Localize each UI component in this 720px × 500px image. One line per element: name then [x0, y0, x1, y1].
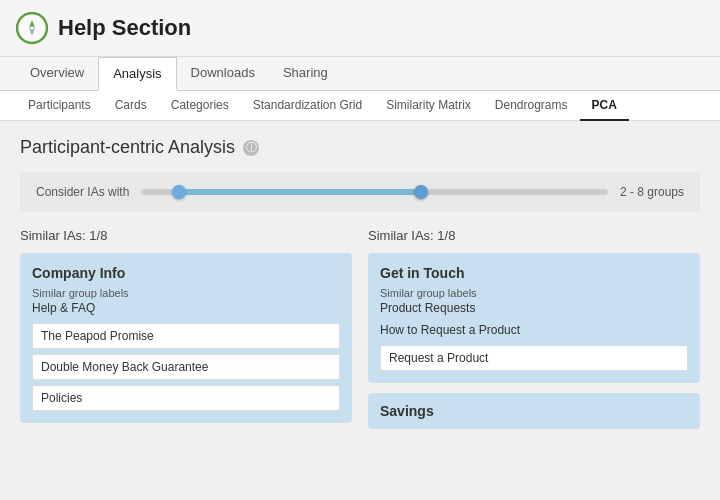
subtab-similarity-matrix[interactable]: Similarity Matrix: [374, 91, 483, 121]
subtab-participants[interactable]: Participants: [16, 91, 103, 121]
savings-card: Savings: [368, 393, 700, 429]
right-sub-label: Similar group labels: [380, 287, 688, 299]
svg-point-1: [19, 15, 45, 41]
left-card-title: Company Info: [32, 265, 340, 281]
main-tab-bar: Overview Analysis Downloads Sharing: [0, 57, 720, 91]
subtab-standardization-grid[interactable]: Standardization Grid: [241, 91, 374, 121]
slider-fill: [179, 189, 422, 195]
right-column: Similar IAs: 1/8 Get in Touch Similar gr…: [368, 228, 700, 429]
tab-downloads[interactable]: Downloads: [177, 57, 269, 91]
section-heading: Participant-centric Analysis ⓘ: [20, 137, 700, 158]
left-sub-label: Similar group labels: [32, 287, 340, 299]
tab-overview[interactable]: Overview: [16, 57, 98, 91]
slider-row: Consider IAs with 2 - 8 groups: [20, 172, 700, 212]
compass-icon: [16, 12, 48, 44]
range-slider[interactable]: [141, 182, 608, 202]
subtab-cards[interactable]: Cards: [103, 91, 159, 121]
tab-analysis[interactable]: Analysis: [98, 57, 176, 91]
list-item[interactable]: The Peapod Promise: [32, 323, 340, 349]
slider-track: [141, 189, 608, 195]
slider-thumb-right[interactable]: [414, 185, 428, 199]
left-column: Similar IAs: 1/8 Company Info Similar gr…: [20, 228, 352, 429]
page-title: Help Section: [58, 15, 191, 41]
left-sub-value-0: Help & FAQ: [32, 301, 340, 315]
cards-grid: Similar IAs: 1/8 Company Info Similar gr…: [20, 228, 700, 429]
list-item[interactable]: Policies: [32, 385, 340, 411]
list-item[interactable]: Request a Product: [380, 345, 688, 371]
left-card-box: Company Info Similar group labels Help &…: [20, 253, 352, 423]
right-sub-value-0: Product Requests: [380, 301, 688, 315]
slider-thumb-left[interactable]: [172, 185, 186, 199]
right-card-title: Get in Touch: [380, 265, 688, 281]
subtab-pca[interactable]: PCA: [580, 91, 629, 121]
section-title-text: Participant-centric Analysis: [20, 137, 235, 158]
sub-tab-bar: Participants Cards Categories Standardiz…: [0, 91, 720, 121]
savings-card-title: Savings: [380, 403, 688, 419]
slider-range-label: 2 - 8 groups: [620, 185, 684, 199]
right-card-box: Get in Touch Similar group labels Produc…: [368, 253, 700, 383]
info-icon[interactable]: ⓘ: [243, 140, 259, 156]
tab-sharing[interactable]: Sharing: [269, 57, 342, 91]
right-similar-label: Similar IAs: 1/8: [368, 228, 700, 243]
subtab-dendrograms[interactable]: Dendrograms: [483, 91, 580, 121]
left-similar-label: Similar IAs: 1/8: [20, 228, 352, 243]
app-header: Help Section: [0, 0, 720, 57]
slider-label: Consider IAs with: [36, 185, 129, 199]
right-sub-value-1: How to Request a Product: [380, 323, 688, 337]
list-item[interactable]: Double Money Back Guarantee: [32, 354, 340, 380]
subtab-categories[interactable]: Categories: [159, 91, 241, 121]
main-content: Participant-centric Analysis ⓘ Consider …: [0, 121, 720, 500]
